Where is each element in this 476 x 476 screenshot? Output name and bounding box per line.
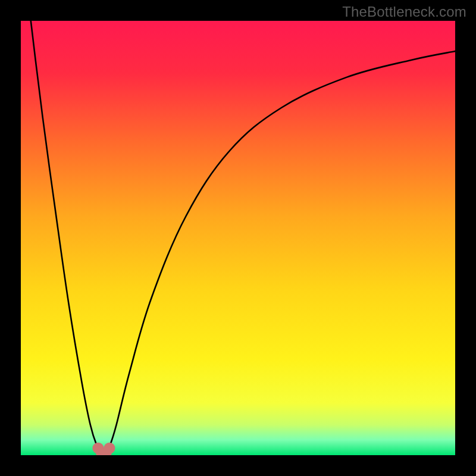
bottleneck-chart bbox=[21, 21, 455, 455]
chart-frame: TheBottleneck.com bbox=[0, 0, 476, 476]
watermark-text: TheBottleneck.com bbox=[342, 4, 466, 20]
marker-dot bbox=[104, 443, 115, 454]
gradient-background bbox=[21, 21, 455, 455]
plot-area bbox=[21, 21, 455, 455]
